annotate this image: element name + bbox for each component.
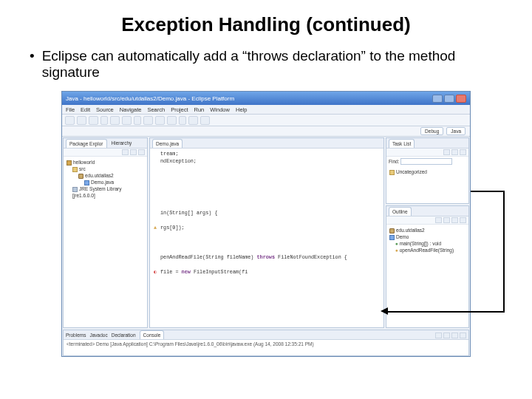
tree-project[interactable]: helloworld xyxy=(66,159,144,166)
outline-package[interactable]: edu.utdallas2 xyxy=(389,227,466,233)
tree-file[interactable]: Demo.java xyxy=(66,179,144,185)
menu-run[interactable]: Run xyxy=(194,106,205,113)
view-toolbar-btn[interactable] xyxy=(443,217,450,223)
view-toolbar-btn[interactable] xyxy=(130,149,137,155)
view-toolbar-btn[interactable] xyxy=(122,149,129,155)
project-tree[interactable]: helloworld src edu.utdallas2 Demo.java J… xyxy=(64,157,147,201)
outline-method[interactable]: ● main(String[]) : void xyxy=(389,240,466,247)
folder-icon xyxy=(389,170,395,175)
view-toolbar-btn[interactable] xyxy=(443,149,450,155)
close-button[interactable] xyxy=(456,95,466,103)
outline-method[interactable]: ● openAndReadFile(String) xyxy=(389,247,466,253)
eclipse-window: Java - helloworld/src/edu/utdallas2/Demo… xyxy=(61,91,471,357)
perspective-bar: Debug Java xyxy=(62,126,470,137)
callout-arrowhead-icon xyxy=(381,307,388,315)
console-output[interactable]: <terminated> Demo [Java Application] C:\… xyxy=(64,340,468,348)
window-title: Java - helloworld/src/edu/utdallas2/Demo… xyxy=(66,95,234,102)
tab-hierarchy[interactable]: Hierarchy xyxy=(112,140,132,146)
menu-bar: File Edit Source Navigate Search Project… xyxy=(62,105,470,115)
toolbar-button[interactable] xyxy=(89,116,98,125)
slide-title: Exception Handling (continued) xyxy=(0,13,532,36)
tab-console[interactable]: Console xyxy=(140,330,165,339)
task-list-panel: Task List Find: Uncategorized xyxy=(386,137,469,204)
tree-package[interactable]: edu.utdallas2 xyxy=(66,172,144,179)
tree-src[interactable]: src xyxy=(66,166,144,172)
menu-source[interactable]: Source xyxy=(96,106,114,113)
editor-tab[interactable]: Demo.java xyxy=(152,139,183,148)
console-panel: Problems Javadoc Declaration Console <te… xyxy=(63,330,469,356)
tab-task-list[interactable]: Task List xyxy=(389,139,415,148)
toolbar xyxy=(62,115,470,126)
tab-declaration[interactable]: Declaration xyxy=(112,332,136,338)
toolbar-button[interactable] xyxy=(200,116,210,125)
minimize-button[interactable] xyxy=(432,95,443,103)
menu-window[interactable]: Window xyxy=(210,106,230,113)
menu-edit[interactable]: Edit xyxy=(81,106,90,113)
class-icon xyxy=(389,235,395,240)
perspective-java[interactable]: Java xyxy=(446,127,466,135)
menu-file[interactable]: File xyxy=(66,106,75,113)
toolbar-button[interactable] xyxy=(134,116,141,125)
warning-marker-icon[interactable]: ▲ xyxy=(150,224,160,231)
toolbar-button[interactable] xyxy=(179,116,186,125)
java-file-icon xyxy=(84,180,89,185)
menu-search[interactable]: Search xyxy=(147,106,165,113)
package-explorer-panel: Package Explor Hierarchy helloworld src … xyxy=(63,137,148,328)
console-toolbar-btn[interactable] xyxy=(451,332,458,338)
code-editor[interactable]: tream; ndException; in(String[] args) { … xyxy=(150,149,383,327)
tab-outline[interactable]: Outline xyxy=(389,207,412,216)
callout-line xyxy=(471,191,503,192)
tab-problems[interactable]: Problems xyxy=(66,332,86,338)
package-icon xyxy=(78,174,83,179)
toolbar-button[interactable] xyxy=(100,116,108,125)
quickfix-bulb-icon[interactable]: ◐ xyxy=(150,268,160,276)
callout-line xyxy=(503,191,505,311)
view-toolbar-btn[interactable] xyxy=(435,217,442,223)
task-find-input[interactable] xyxy=(400,158,452,165)
window-titlebar[interactable]: Java - helloworld/src/edu/utdallas2/Demo… xyxy=(62,92,470,105)
view-toolbar-btn[interactable] xyxy=(460,149,466,155)
tree-jre[interactable]: JRE System Library [jre1.6.0.0] xyxy=(66,185,144,199)
maximize-button[interactable] xyxy=(444,95,454,103)
outline-panel: Outline edu.utdallas2 Demo ● main(String… xyxy=(386,205,469,328)
toolbar-button[interactable] xyxy=(77,116,86,125)
bullet-item: Eclipse can automatically add a “throws … xyxy=(30,48,502,81)
find-label: Find: xyxy=(389,159,399,164)
toolbar-button[interactable] xyxy=(155,116,165,125)
console-toolbar-btn[interactable] xyxy=(460,332,466,338)
menu-help[interactable]: Help xyxy=(236,106,247,113)
view-toolbar-btn[interactable] xyxy=(451,149,458,155)
toolbar-button[interactable] xyxy=(188,116,198,125)
menu-navigate[interactable]: Navigate xyxy=(120,106,142,113)
editor-panel: Demo.java tream; ndException; in(String[… xyxy=(149,137,384,328)
toolbar-button[interactable] xyxy=(122,116,132,125)
outline-class[interactable]: Demo xyxy=(389,233,466,240)
view-toolbar-btn[interactable] xyxy=(451,217,458,223)
task-category[interactable]: Uncategorized xyxy=(389,168,466,175)
library-icon xyxy=(72,187,78,192)
view-toolbar-btn[interactable] xyxy=(138,149,145,155)
tab-javadoc[interactable]: Javadoc xyxy=(89,332,107,338)
console-toolbar-btn[interactable] xyxy=(435,332,442,338)
toolbar-button[interactable] xyxy=(143,116,153,125)
toolbar-button[interactable] xyxy=(65,116,75,125)
project-icon xyxy=(66,160,72,166)
menu-project[interactable]: Project xyxy=(171,106,188,113)
toolbar-button[interactable] xyxy=(110,116,120,125)
perspective-debug[interactable]: Debug xyxy=(420,127,443,135)
tab-package-explorer[interactable]: Package Explor xyxy=(66,139,107,148)
view-toolbar-btn[interactable] xyxy=(460,217,466,223)
console-toolbar-btn[interactable] xyxy=(443,332,450,338)
folder-icon xyxy=(72,167,78,172)
package-icon xyxy=(389,228,395,233)
toolbar-button[interactable] xyxy=(167,116,177,125)
